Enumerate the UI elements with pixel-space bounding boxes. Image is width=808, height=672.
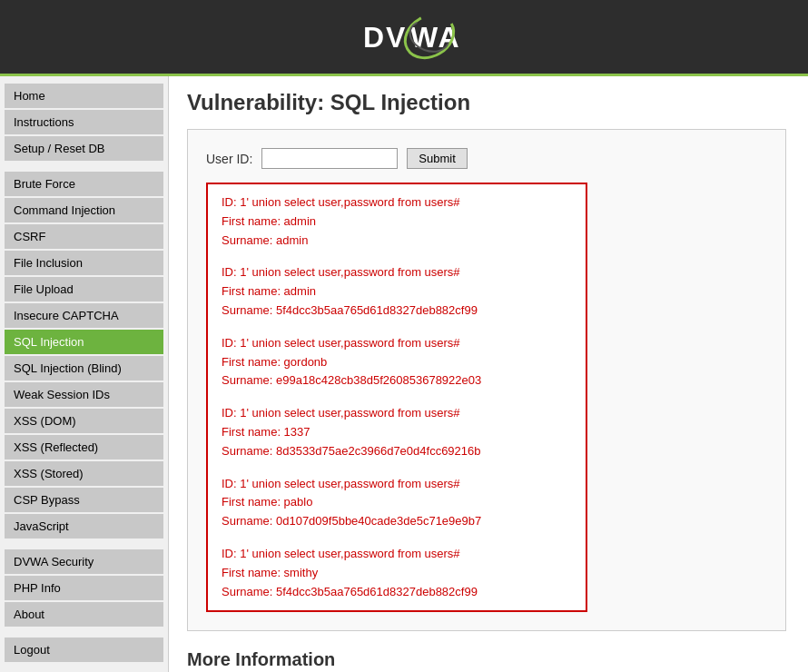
sidebar-item-file-upload[interactable]: File Upload <box>5 277 163 301</box>
sidebar-item-insecure-captcha[interactable]: Insecure CAPTCHA <box>5 303 163 328</box>
result-surname: Surname: e99a18c428cb38d5f260853678922e0… <box>222 373 481 387</box>
result-id: ID: 1' union select user,password from u… <box>222 406 460 420</box>
result-surname: Surname: 5f4dcc3b5aa765d61d8327deb882cf9… <box>222 585 478 598</box>
result-id: ID: 1' union select user,password from u… <box>222 336 460 350</box>
sidebar-item-setup[interactable]: Setup / Reset DB <box>5 136 163 161</box>
result-surname: Surname: admin <box>222 233 308 247</box>
sidebar-group-bottom: DVWA Security PHP Info About <box>5 549 163 627</box>
userid-label: User ID: <box>206 152 252 166</box>
sidebar-item-command-injection[interactable]: Command Injection <box>5 198 163 222</box>
result-entry: ID: 1' union select user,password from u… <box>222 334 572 390</box>
more-info-section: More Information https://www.securiteam.… <box>187 649 790 672</box>
sidebar-item-home[interactable]: Home <box>5 84 163 108</box>
sidebar-group-vuln: Brute Force Command Injection CSRF File … <box>5 172 163 539</box>
userid-input[interactable] <box>261 148 398 169</box>
sidebar-item-csrf[interactable]: CSRF <box>5 224 163 249</box>
result-entry: ID: 1' union select user,password from u… <box>222 545 572 601</box>
result-entry: ID: 1' union select user,password from u… <box>222 475 572 531</box>
main-content: Vulnerability: SQL Injection User ID: Su… <box>168 76 808 672</box>
sidebar-item-weak-session-ids[interactable]: Weak Session IDs <box>5 382 163 407</box>
sidebar-item-sql-injection-blind[interactable]: SQL Injection (Blind) <box>5 356 163 380</box>
sidebar-item-dvwa-security[interactable]: DVWA Security <box>5 549 163 574</box>
result-surname: Surname: 5f4dcc3b5aa765d61d8327deb882cf9… <box>222 303 478 317</box>
sidebar-item-instructions[interactable]: Instructions <box>5 110 163 134</box>
sidebar-item-about[interactable]: About <box>5 602 163 627</box>
more-info-title: More Information <box>187 649 790 670</box>
sidebar-item-php-info[interactable]: PHP Info <box>5 576 163 600</box>
submit-button[interactable]: Submit <box>407 148 467 169</box>
result-entry: ID: 1' union select user,password from u… <box>222 263 572 320</box>
sidebar-divider-2 <box>5 540 163 549</box>
sidebar-item-javascript[interactable]: JavaScript <box>5 514 163 539</box>
result-surname: Surname: 0d107d09f5bbe40cade3de5c71e9e9b… <box>222 514 481 528</box>
result-firstname: First name: pablo <box>222 495 312 509</box>
vulnerability-form-container: User ID: Submit ID: 1' union select user… <box>187 129 786 631</box>
form-row: User ID: Submit <box>206 148 767 169</box>
sidebar-item-logout[interactable]: Logout <box>5 637 163 662</box>
result-firstname: First name: smithy <box>222 566 318 579</box>
result-id: ID: 1' union select user,password from u… <box>222 547 460 560</box>
sidebar-item-xss-stored[interactable]: XSS (Stored) <box>5 461 163 486</box>
sidebar-item-file-inclusion[interactable]: File Inclusion <box>5 251 163 275</box>
sidebar-item-csp-bypass[interactable]: CSP Bypass <box>5 488 163 512</box>
header: DV WA <box>0 0 808 76</box>
logo: DV WA <box>350 9 458 66</box>
result-id: ID: 1' union select user,password from u… <box>222 265 460 279</box>
sidebar-divider-1 <box>5 163 163 172</box>
svg-text:DV: DV <box>363 21 407 54</box>
sidebar-item-xss-reflected[interactable]: XSS (Reflected) <box>5 435 163 460</box>
sidebar-item-xss-dom[interactable]: XSS (DOM) <box>5 409 163 433</box>
result-entry: ID: 1' union select user,password from u… <box>222 404 572 460</box>
result-firstname: First name: admin <box>222 214 316 228</box>
sidebar-divider-3 <box>5 628 163 637</box>
result-firstname: First name: gordonb <box>222 355 327 369</box>
sidebar: Home Instructions Setup / Reset DB Brute… <box>0 76 168 672</box>
page-wrapper: Home Instructions Setup / Reset DB Brute… <box>0 76 808 672</box>
result-surname: Surname: 8d3533d75ae2c3966d7e0d4fcc69216… <box>222 444 481 458</box>
result-id: ID: 1' union select user,password from u… <box>222 477 460 490</box>
result-id: ID: 1' union select user,password from u… <box>222 195 460 209</box>
page-title: Vulnerability: SQL Injection <box>187 90 790 115</box>
result-box: ID: 1' union select user,password from u… <box>206 183 587 612</box>
sidebar-item-sql-injection[interactable]: SQL Injection <box>5 330 163 354</box>
sidebar-item-brute-force[interactable]: Brute Force <box>5 172 163 196</box>
result-firstname: First name: admin <box>222 284 316 298</box>
result-entry: ID: 1' union select user,password from u… <box>222 193 572 250</box>
sidebar-group-top: Home Instructions Setup / Reset DB <box>5 84 163 161</box>
result-firstname: First name: 1337 <box>222 425 310 439</box>
logo-svg: DV WA <box>350 9 458 64</box>
